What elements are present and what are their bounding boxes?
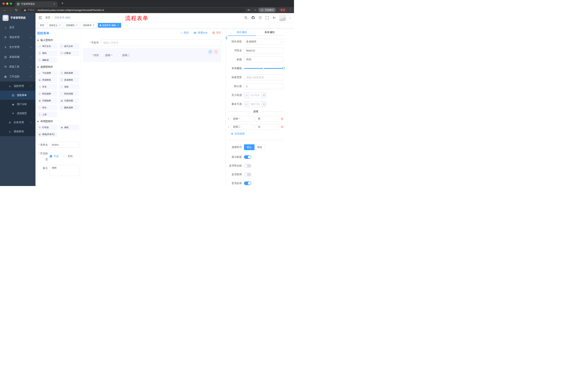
gender-option1-checkbox[interactable]: 选项一 xyxy=(101,54,113,57)
tab-component-props[interactable]: 组件属性 xyxy=(228,29,256,35)
palette-item-editor[interactable]: ✎编辑器 xyxy=(37,57,57,63)
copy-component-button[interactable] xyxy=(208,50,212,54)
tab-form-props[interactable]: 表单属性 xyxy=(256,29,284,35)
form-remark-textarea[interactable]: 嘿嘿 xyxy=(50,165,79,176)
forward-icon[interactable]: → xyxy=(8,8,13,12)
form-name-input[interactable] xyxy=(50,142,79,148)
close-icon[interactable]: × xyxy=(75,24,78,27)
link-icon[interactable] xyxy=(226,36,228,40)
tagsview-tab-process-form[interactable]: 流程表单 × xyxy=(81,23,97,28)
view-json-button[interactable]: 查看json xyxy=(193,31,208,34)
drag-handle-icon[interactable] xyxy=(228,125,229,128)
help-icon[interactable]: ? xyxy=(259,16,262,19)
palette-item-date-range[interactable]: ▩日期范围 xyxy=(59,98,79,103)
palette-item-rate[interactable]: ☆评分 xyxy=(37,105,57,110)
github-icon[interactable] xyxy=(252,16,255,20)
form-canvas[interactable]: 手机号 性别 xyxy=(83,37,221,186)
palette-item-color-picker[interactable]: ◑颜色选择 xyxy=(59,105,79,110)
sidebar-item-home[interactable]: ⌂ 首页 xyxy=(0,22,35,32)
new-tab-button[interactable]: + xyxy=(60,1,65,5)
title-input[interactable] xyxy=(244,57,284,63)
user-avatar[interactable] xyxy=(279,14,286,21)
remove-option-icon[interactable]: ⊖ xyxy=(281,117,284,120)
clear-button[interactable]: 清空 xyxy=(212,31,221,34)
component-type-value[interactable] xyxy=(244,39,284,45)
back-icon[interactable]: ← xyxy=(2,8,7,12)
sidebar-item-infrastructure[interactable]: ▤ 基础设施 xyxy=(0,52,35,62)
browser-tab[interactable]: 芋道管理系统 × xyxy=(15,1,57,7)
sidebar-item-process-management[interactable]: ≡ 流程管理 xyxy=(0,82,35,91)
close-icon[interactable]: × xyxy=(92,24,95,27)
close-icon[interactable]: × xyxy=(117,24,119,27)
save-button[interactable]: ✓ 保存 xyxy=(180,31,189,34)
sidebar-item-system[interactable]: ⚙ 系统管理 xyxy=(0,32,35,42)
max-select-input[interactable] xyxy=(249,101,262,107)
tagsview-tab-process-model[interactable]: 流程模型 × xyxy=(64,23,80,28)
palette-item-select[interactable]: ◒下拉选择 xyxy=(37,70,57,76)
palette-item-counter[interactable]: 123计数器 xyxy=(59,50,79,56)
palette-item-row-container[interactable]: ⊞行容器 xyxy=(37,125,57,130)
sidebar-item-process-form[interactable]: ▤ 流程表单 xyxy=(0,91,35,100)
sidebar-item-process-model[interactable]: ✈ 流程模型 xyxy=(0,109,35,118)
label-width-input[interactable] xyxy=(244,74,284,80)
default-value-input[interactable] xyxy=(244,83,284,89)
increase-button[interactable]: + xyxy=(262,101,266,107)
browser-menu-icon[interactable]: ⋮ xyxy=(289,8,292,12)
add-option-button[interactable]: ⊕ 添加选项 xyxy=(231,132,284,135)
style-button-button[interactable]: 按钮 xyxy=(254,144,265,150)
close-window-button[interactable] xyxy=(2,2,5,5)
palette-item-switch[interactable]: ⊶开关 xyxy=(37,84,57,90)
component-type-select[interactable] xyxy=(244,39,284,45)
delete-component-button[interactable] xyxy=(214,50,218,54)
palette-item-time-picker[interactable]: ◷时间选择 xyxy=(37,91,57,96)
search-icon[interactable] xyxy=(244,16,248,20)
field-name-input[interactable] xyxy=(244,48,284,53)
disabled-toggle[interactable] xyxy=(244,173,251,176)
avatar-caret-icon[interactable] xyxy=(289,17,291,18)
palette-item-radio-group[interactable]: ◉单选框组 xyxy=(37,77,57,83)
drag-handle-icon[interactable] xyxy=(228,117,229,120)
required-toggle[interactable] xyxy=(244,181,251,185)
slider-handle[interactable] xyxy=(282,67,285,69)
tab-close-icon[interactable]: × xyxy=(53,3,56,6)
sidebar-item-user-group[interactable]: ☻ 用户分组 xyxy=(0,100,35,109)
status-off-radio[interactable]: 关闭 xyxy=(64,155,73,158)
tagsview-tab-home[interactable]: 首页 xyxy=(38,23,46,28)
canvas-gender-field-selected[interactable]: 性别 选项一 选项二 xyxy=(83,48,221,62)
remove-option-icon[interactable]: ⊖ xyxy=(281,125,284,128)
palette-item-password[interactable]: ⊠密码 xyxy=(37,50,57,56)
palette-item-single-line-text[interactable]: ▭单行文本 xyxy=(37,43,57,49)
breadcrumb-home[interactable]: 首页 xyxy=(45,16,50,19)
maximize-window-button[interactable] xyxy=(10,2,12,5)
fullscreen-icon[interactable] xyxy=(265,16,269,20)
palette-item-button[interactable]: ▣按钮 xyxy=(59,125,79,130)
sidebar-item-payment[interactable]: ¥ 支付管理 xyxy=(0,42,35,52)
bookmark-star-icon[interactable]: ☆ xyxy=(253,8,258,12)
border-toggle[interactable] xyxy=(244,164,251,168)
sidebar-item-workflow[interactable]: ▣ 工作流程 xyxy=(0,72,35,82)
sidebar-item-leave-query[interactable]: ☺ 请假查询 xyxy=(0,127,35,136)
grid-slider[interactable] xyxy=(244,65,284,71)
address-bar[interactable]: 不安全 dashboard.yudao.iocoder.cn/bpm/manag… xyxy=(21,8,245,12)
show-label-toggle[interactable] xyxy=(244,155,251,159)
palette-item-upload[interactable]: ↥上传 xyxy=(37,112,57,117)
sidebar-item-devtools[interactable]: ⚒ 研发工具 xyxy=(0,62,35,72)
canvas-phone-field[interactable]: 手机号 xyxy=(83,40,221,46)
decrease-button[interactable]: − xyxy=(244,93,249,98)
min-select-input[interactable] xyxy=(249,93,262,98)
palette-item-multi-line-text[interactable]: ≡多行文本 xyxy=(59,43,79,49)
option-value-input[interactable] xyxy=(256,116,279,122)
sidebar-item-task-management[interactable]: ⋔ 任务管理 xyxy=(0,118,35,127)
decrease-button[interactable]: − xyxy=(244,101,249,107)
option-label-input[interactable] xyxy=(231,116,254,122)
palette-item-table[interactable]: ▦表格[开发中] xyxy=(37,132,57,137)
palette-item-slider[interactable]: ⊸滑块 xyxy=(59,84,79,90)
option-value-input[interactable] xyxy=(256,124,279,130)
close-icon[interactable]: × xyxy=(59,24,61,27)
font-size-icon[interactable]: TT xyxy=(273,16,275,19)
collapse-sidebar-icon[interactable] xyxy=(39,16,42,19)
phone-input[interactable] xyxy=(101,40,221,46)
gender-option2-checkbox[interactable]: 选项二 xyxy=(118,54,130,57)
sidebar-logo[interactable]: 芋道管理系统 xyxy=(0,13,35,22)
increase-button[interactable]: + xyxy=(262,93,266,98)
